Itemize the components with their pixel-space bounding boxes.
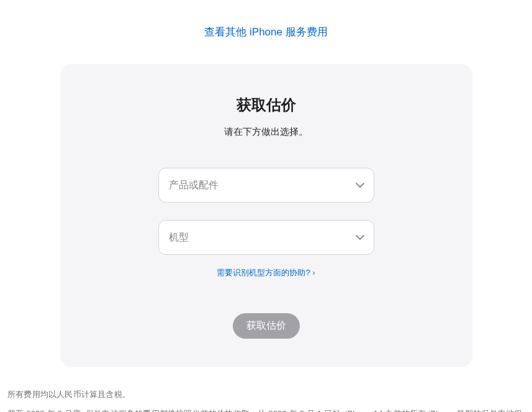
model-select[interactable]: 机型: [158, 220, 374, 255]
model-help-link[interactable]: 需要识别机型方面的协助?›: [85, 267, 448, 278]
estimate-card: 获取估价 请在下方做出选择。 产品或配件 机型 需要识别机型方面的协助?› 获取…: [60, 64, 472, 367]
footer-line-2a: 截至 2023 年 2 月底, 保外电池服务的费用都将按照当前的价格收取。从 2…: [7, 409, 522, 412]
model-select-wrap: 机型: [158, 220, 374, 255]
model-select-placeholder: 机型: [169, 231, 189, 244]
help-link-text: 需要识别机型方面的协助?: [217, 268, 310, 277]
footer-line-1: 所有费用均以人民币计算且含税。: [7, 385, 525, 404]
footer-line-2: 截至 2023 年 2 月底, 保外电池服务的费用都将按照当前的价格收取。从 2…: [7, 404, 525, 412]
card-title: 获取估价: [85, 95, 448, 115]
chevron-right-icon: ›: [313, 268, 315, 277]
product-select-wrap: 产品或配件: [158, 168, 374, 203]
other-iphone-fees-link[interactable]: 查看其他 iPhone 服务费用: [6, 25, 526, 39]
footer-notes: 所有费用均以人民币计算且含税。 截至 2023 年 2 月底, 保外电池服务的费…: [6, 385, 526, 412]
product-select-placeholder: 产品或配件: [169, 179, 219, 192]
product-select[interactable]: 产品或配件: [158, 168, 374, 203]
card-subtitle: 请在下方做出选择。: [85, 126, 448, 138]
get-estimate-button[interactable]: 获取估价: [233, 313, 300, 339]
